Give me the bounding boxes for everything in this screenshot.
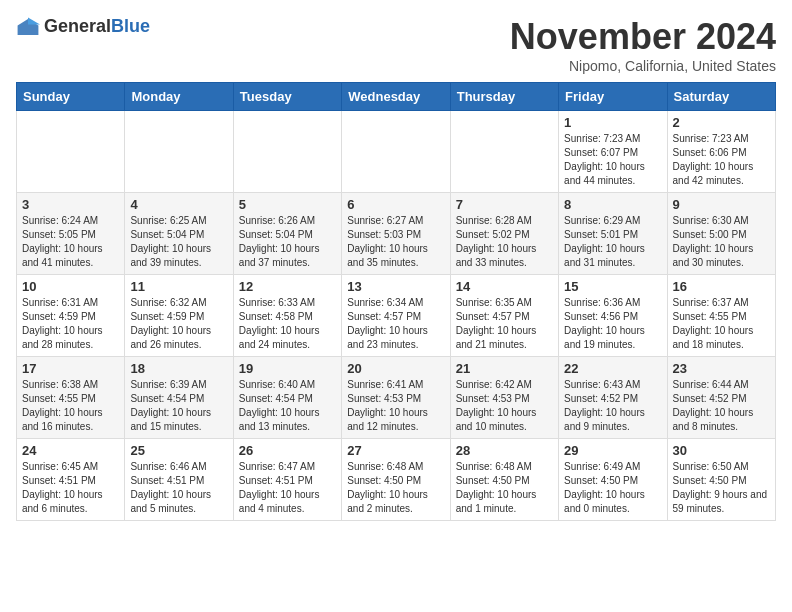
day-number: 15 <box>564 279 661 294</box>
calendar-week-row: 1Sunrise: 7:23 AM Sunset: 6:07 PM Daylig… <box>17 111 776 193</box>
calendar-day-cell <box>233 111 341 193</box>
day-info: Sunrise: 6:50 AM Sunset: 4:50 PM Dayligh… <box>673 460 770 516</box>
calendar-day-cell: 9Sunrise: 6:30 AM Sunset: 5:00 PM Daylig… <box>667 193 775 275</box>
day-number: 16 <box>673 279 770 294</box>
day-info: Sunrise: 6:47 AM Sunset: 4:51 PM Dayligh… <box>239 460 336 516</box>
day-info: Sunrise: 7:23 AM Sunset: 6:06 PM Dayligh… <box>673 132 770 188</box>
calendar-week-row: 10Sunrise: 6:31 AM Sunset: 4:59 PM Dayli… <box>17 275 776 357</box>
day-info: Sunrise: 6:48 AM Sunset: 4:50 PM Dayligh… <box>347 460 444 516</box>
day-info: Sunrise: 6:40 AM Sunset: 4:54 PM Dayligh… <box>239 378 336 434</box>
day-number: 24 <box>22 443 119 458</box>
calendar-day-cell: 10Sunrise: 6:31 AM Sunset: 4:59 PM Dayli… <box>17 275 125 357</box>
weekday-header-tuesday: Tuesday <box>233 83 341 111</box>
day-number: 14 <box>456 279 553 294</box>
header: GeneralBlue November 2024 Nipomo, Califo… <box>16 16 776 74</box>
weekday-header-friday: Friday <box>559 83 667 111</box>
day-number: 22 <box>564 361 661 376</box>
day-number: 30 <box>673 443 770 458</box>
calendar-day-cell: 26Sunrise: 6:47 AM Sunset: 4:51 PM Dayli… <box>233 439 341 521</box>
day-number: 20 <box>347 361 444 376</box>
day-info: Sunrise: 6:49 AM Sunset: 4:50 PM Dayligh… <box>564 460 661 516</box>
calendar-day-cell: 24Sunrise: 6:45 AM Sunset: 4:51 PM Dayli… <box>17 439 125 521</box>
weekday-header-thursday: Thursday <box>450 83 558 111</box>
day-number: 21 <box>456 361 553 376</box>
day-number: 26 <box>239 443 336 458</box>
day-number: 5 <box>239 197 336 212</box>
day-number: 1 <box>564 115 661 130</box>
day-info: Sunrise: 6:42 AM Sunset: 4:53 PM Dayligh… <box>456 378 553 434</box>
calendar-day-cell <box>17 111 125 193</box>
calendar-day-cell: 5Sunrise: 6:26 AM Sunset: 5:04 PM Daylig… <box>233 193 341 275</box>
weekday-header-sunday: Sunday <box>17 83 125 111</box>
calendar-day-cell: 3Sunrise: 6:24 AM Sunset: 5:05 PM Daylig… <box>17 193 125 275</box>
day-number: 12 <box>239 279 336 294</box>
calendar-day-cell: 1Sunrise: 7:23 AM Sunset: 6:07 PM Daylig… <box>559 111 667 193</box>
day-number: 11 <box>130 279 227 294</box>
day-number: 27 <box>347 443 444 458</box>
calendar-day-cell: 16Sunrise: 6:37 AM Sunset: 4:55 PM Dayli… <box>667 275 775 357</box>
day-number: 17 <box>22 361 119 376</box>
calendar-week-row: 3Sunrise: 6:24 AM Sunset: 5:05 PM Daylig… <box>17 193 776 275</box>
day-number: 10 <box>22 279 119 294</box>
day-info: Sunrise: 6:31 AM Sunset: 4:59 PM Dayligh… <box>22 296 119 352</box>
day-info: Sunrise: 6:46 AM Sunset: 4:51 PM Dayligh… <box>130 460 227 516</box>
day-number: 18 <box>130 361 227 376</box>
weekday-header-wednesday: Wednesday <box>342 83 450 111</box>
calendar-day-cell: 20Sunrise: 6:41 AM Sunset: 4:53 PM Dayli… <box>342 357 450 439</box>
day-number: 8 <box>564 197 661 212</box>
weekday-header-saturday: Saturday <box>667 83 775 111</box>
calendar-day-cell: 2Sunrise: 7:23 AM Sunset: 6:06 PM Daylig… <box>667 111 775 193</box>
day-info: Sunrise: 6:38 AM Sunset: 4:55 PM Dayligh… <box>22 378 119 434</box>
day-info: Sunrise: 6:25 AM Sunset: 5:04 PM Dayligh… <box>130 214 227 270</box>
calendar-day-cell: 4Sunrise: 6:25 AM Sunset: 5:04 PM Daylig… <box>125 193 233 275</box>
day-info: Sunrise: 6:35 AM Sunset: 4:57 PM Dayligh… <box>456 296 553 352</box>
day-number: 25 <box>130 443 227 458</box>
calendar-day-cell: 12Sunrise: 6:33 AM Sunset: 4:58 PM Dayli… <box>233 275 341 357</box>
day-number: 19 <box>239 361 336 376</box>
day-info: Sunrise: 6:36 AM Sunset: 4:56 PM Dayligh… <box>564 296 661 352</box>
calendar-day-cell: 23Sunrise: 6:44 AM Sunset: 4:52 PM Dayli… <box>667 357 775 439</box>
weekday-header-row: SundayMondayTuesdayWednesdayThursdayFrid… <box>17 83 776 111</box>
calendar-day-cell: 25Sunrise: 6:46 AM Sunset: 4:51 PM Dayli… <box>125 439 233 521</box>
day-number: 7 <box>456 197 553 212</box>
calendar-day-cell <box>450 111 558 193</box>
day-number: 13 <box>347 279 444 294</box>
calendar-day-cell: 15Sunrise: 6:36 AM Sunset: 4:56 PM Dayli… <box>559 275 667 357</box>
day-info: Sunrise: 6:48 AM Sunset: 4:50 PM Dayligh… <box>456 460 553 516</box>
logo-text-general: General <box>44 16 111 36</box>
calendar-day-cell: 30Sunrise: 6:50 AM Sunset: 4:50 PM Dayli… <box>667 439 775 521</box>
day-number: 29 <box>564 443 661 458</box>
day-number: 23 <box>673 361 770 376</box>
calendar-day-cell: 11Sunrise: 6:32 AM Sunset: 4:59 PM Dayli… <box>125 275 233 357</box>
logo: GeneralBlue <box>16 16 150 37</box>
svg-marker-1 <box>28 17 40 24</box>
calendar-day-cell: 17Sunrise: 6:38 AM Sunset: 4:55 PM Dayli… <box>17 357 125 439</box>
day-info: Sunrise: 6:32 AM Sunset: 4:59 PM Dayligh… <box>130 296 227 352</box>
calendar-day-cell: 14Sunrise: 6:35 AM Sunset: 4:57 PM Dayli… <box>450 275 558 357</box>
day-info: Sunrise: 6:41 AM Sunset: 4:53 PM Dayligh… <box>347 378 444 434</box>
calendar-week-row: 24Sunrise: 6:45 AM Sunset: 4:51 PM Dayli… <box>17 439 776 521</box>
calendar-day-cell: 22Sunrise: 6:43 AM Sunset: 4:52 PM Dayli… <box>559 357 667 439</box>
generalblue-logo-icon <box>16 17 40 37</box>
calendar-day-cell: 13Sunrise: 6:34 AM Sunset: 4:57 PM Dayli… <box>342 275 450 357</box>
calendar-day-cell: 29Sunrise: 6:49 AM Sunset: 4:50 PM Dayli… <box>559 439 667 521</box>
day-number: 6 <box>347 197 444 212</box>
calendar-day-cell: 21Sunrise: 6:42 AM Sunset: 4:53 PM Dayli… <box>450 357 558 439</box>
day-info: Sunrise: 7:23 AM Sunset: 6:07 PM Dayligh… <box>564 132 661 188</box>
day-info: Sunrise: 6:26 AM Sunset: 5:04 PM Dayligh… <box>239 214 336 270</box>
calendar-day-cell: 27Sunrise: 6:48 AM Sunset: 4:50 PM Dayli… <box>342 439 450 521</box>
day-info: Sunrise: 6:27 AM Sunset: 5:03 PM Dayligh… <box>347 214 444 270</box>
day-info: Sunrise: 6:37 AM Sunset: 4:55 PM Dayligh… <box>673 296 770 352</box>
day-number: 2 <box>673 115 770 130</box>
day-number: 4 <box>130 197 227 212</box>
weekday-header-monday: Monday <box>125 83 233 111</box>
calendar-day-cell: 8Sunrise: 6:29 AM Sunset: 5:01 PM Daylig… <box>559 193 667 275</box>
calendar-week-row: 17Sunrise: 6:38 AM Sunset: 4:55 PM Dayli… <box>17 357 776 439</box>
day-info: Sunrise: 6:29 AM Sunset: 5:01 PM Dayligh… <box>564 214 661 270</box>
calendar-day-cell: 28Sunrise: 6:48 AM Sunset: 4:50 PM Dayli… <box>450 439 558 521</box>
calendar-day-cell: 6Sunrise: 6:27 AM Sunset: 5:03 PM Daylig… <box>342 193 450 275</box>
day-info: Sunrise: 6:28 AM Sunset: 5:02 PM Dayligh… <box>456 214 553 270</box>
calendar-day-cell: 18Sunrise: 6:39 AM Sunset: 4:54 PM Dayli… <box>125 357 233 439</box>
calendar-day-cell: 19Sunrise: 6:40 AM Sunset: 4:54 PM Dayli… <box>233 357 341 439</box>
day-info: Sunrise: 6:24 AM Sunset: 5:05 PM Dayligh… <box>22 214 119 270</box>
